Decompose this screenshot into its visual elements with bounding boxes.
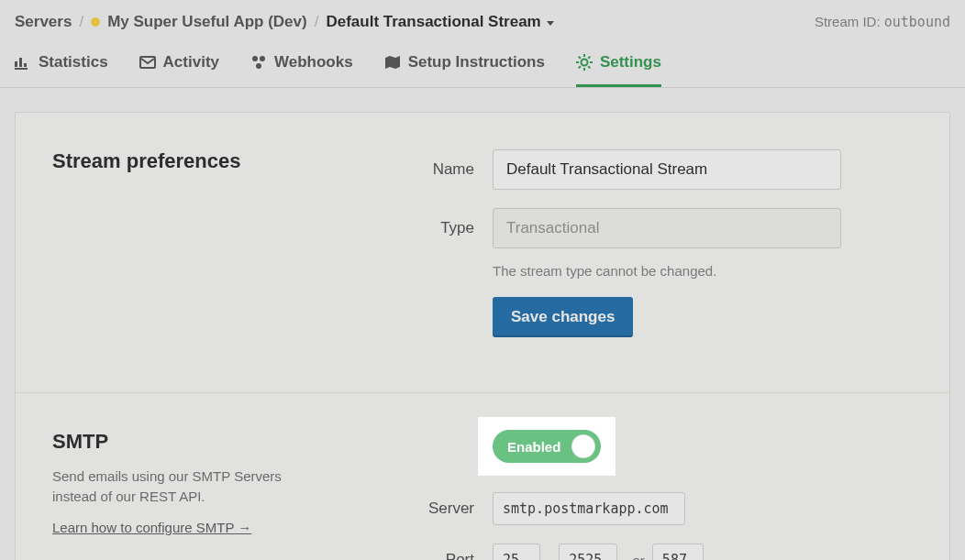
- envelope-icon: [139, 54, 156, 71]
- webhook-icon: [250, 54, 267, 71]
- smtp-server-value[interactable]: [493, 492, 685, 525]
- svg-line-16: [579, 66, 581, 68]
- stream-id-label: Stream ID:: [815, 14, 881, 29]
- smtp-port-3[interactable]: [652, 544, 704, 560]
- breadcrumb-stream-dropdown[interactable]: Default Transactional Stream: [326, 13, 553, 31]
- toggle-label: Enabled: [507, 439, 560, 455]
- gear-icon: [576, 54, 593, 71]
- stream-name-input[interactable]: [493, 149, 841, 190]
- svg-rect-2: [24, 63, 27, 67]
- toggle-knob-icon: [571, 434, 595, 458]
- caret-down-icon: [547, 21, 554, 26]
- svg-point-8: [581, 60, 587, 66]
- tab-label: Settings: [600, 53, 661, 71]
- tab-activity[interactable]: Activity: [139, 53, 219, 87]
- section-stream-preferences: Stream preferences Name Type The stream …: [16, 113, 949, 393]
- svg-line-15: [588, 57, 590, 59]
- svg-point-6: [260, 56, 265, 61]
- settings-panel: Stream preferences Name Type The stream …: [15, 112, 950, 560]
- svg-line-14: [588, 66, 590, 68]
- smtp-port-1[interactable]: [493, 544, 540, 560]
- section-heading: SMTP: [52, 430, 410, 454]
- port-separator: ,: [548, 553, 551, 561]
- learn-smtp-link[interactable]: Learn how to configure SMTP →: [52, 520, 251, 535]
- tab-settings[interactable]: Settings: [576, 53, 661, 87]
- tab-label: Setup Instructions: [408, 53, 545, 71]
- stream-type-input: [493, 208, 841, 248]
- smtp-port-2[interactable]: [559, 544, 617, 560]
- bar-chart-icon: [15, 54, 31, 71]
- svg-point-7: [256, 63, 261, 69]
- svg-line-13: [579, 57, 581, 59]
- breadcrumb-separator: /: [315, 13, 319, 31]
- breadcrumb-separator: /: [79, 13, 83, 31]
- svg-rect-3: [15, 68, 28, 70]
- svg-rect-0: [15, 61, 17, 67]
- breadcrumb-server[interactable]: My Super Useful App (Dev): [107, 13, 307, 31]
- type-label: Type: [410, 219, 493, 237]
- section-heading: Stream preferences: [52, 149, 410, 173]
- stream-id-value: outbound: [884, 14, 950, 30]
- smtp-toggle-highlight: Enabled: [478, 417, 616, 476]
- smtp-enabled-toggle[interactable]: Enabled: [493, 430, 601, 463]
- tab-label: Activity: [163, 53, 219, 71]
- name-label: Name: [410, 160, 493, 179]
- save-changes-button[interactable]: Save changes: [493, 297, 633, 337]
- breadcrumb-servers[interactable]: Servers: [15, 13, 72, 31]
- type-help-text: The stream type cannot be changed.: [493, 263, 913, 279]
- tab-label: Webhooks: [274, 53, 353, 71]
- tab-statistics[interactable]: Statistics: [15, 53, 108, 87]
- stream-id: Stream ID: outbound: [815, 14, 950, 30]
- breadcrumb-stream-label: Default Transactional Stream: [326, 13, 540, 31]
- svg-rect-1: [19, 58, 22, 67]
- tabs: Statistics Activity Webhooks Setup Instr…: [0, 40, 965, 88]
- server-label: Server: [410, 500, 493, 518]
- breadcrumb: Servers / My Super Useful App (Dev) / De…: [15, 13, 554, 31]
- port-label: Port: [410, 551, 493, 560]
- tab-label: Statistics: [39, 53, 108, 71]
- server-status-dot-icon: [91, 17, 100, 27]
- smtp-description: Send emails using our SMTP Servers inste…: [52, 467, 291, 507]
- port-separator: , or: [625, 553, 645, 561]
- svg-point-5: [252, 56, 258, 61]
- tab-webhooks[interactable]: Webhooks: [250, 53, 353, 87]
- map-icon: [384, 54, 401, 71]
- tab-setup-instructions[interactable]: Setup Instructions: [384, 53, 545, 87]
- section-smtp: SMTP Send emails using our SMTP Servers …: [16, 393, 949, 560]
